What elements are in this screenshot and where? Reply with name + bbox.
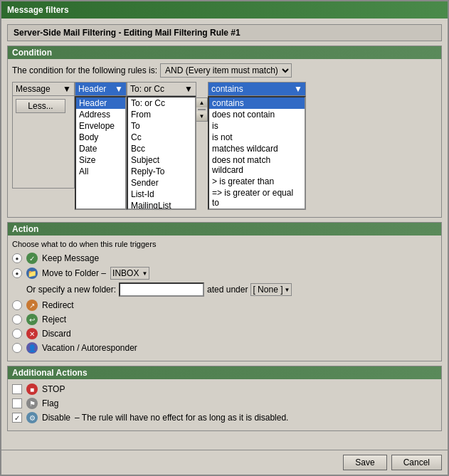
move-icon: 📁 [26, 268, 38, 279]
discard-label: Discard [42, 329, 71, 339]
list-item[interactable]: List-Id [128, 189, 195, 200]
flag-row: ⚑ Flag [12, 398, 437, 409]
list-item[interactable]: matches wildcard [209, 143, 305, 154]
new-folder-input[interactable] [119, 282, 204, 297]
list-item[interactable]: Cc [128, 132, 195, 143]
cancel-button[interactable]: Cancel [391, 455, 442, 470]
radio-reject[interactable] [12, 314, 22, 324]
col2-list[interactable]: Header Address Envelope Body Date Size A… [75, 96, 127, 210]
col4-header[interactable]: contains ▼ [208, 82, 306, 96]
list-item[interactable]: => is greater or equal to [209, 187, 305, 208]
action-panel: Action Choose what to do when this rule … [7, 222, 442, 361]
flag-icon: ⚑ [26, 398, 38, 409]
col1-arrow: ▼ [63, 84, 71, 94]
col4-arrow: ▼ [294, 84, 302, 94]
stop-icon: ■ [26, 384, 38, 395]
save-button[interactable]: Save [343, 455, 386, 470]
filed-under-arrow[interactable]: ▼ [284, 287, 290, 293]
move-label: Move to Folder – [42, 268, 106, 278]
stop-checkbox[interactable] [12, 384, 22, 394]
redirect-icon: ↗ [26, 300, 38, 311]
condition-title: Condition [8, 46, 441, 59]
filed-under-label: ated under [207, 285, 248, 295]
condition-select-wrapper[interactable]: AND (Every item must match) OR (Any item… [160, 63, 292, 78]
col3-scrollbar[interactable]: ▲ ▼ [196, 97, 208, 122]
disable-note: – The rule will have no effect for as lo… [75, 413, 288, 423]
list-item[interactable]: Envelope [76, 120, 125, 132]
window: Message filters Server-Side Mail Filteri… [0, 0, 449, 476]
action-discard-row: ✕ Discard [12, 328, 437, 339]
list-item[interactable]: Bcc [128, 143, 195, 154]
col1-header[interactable]: Message ▼ [12, 82, 75, 96]
action-keep-row: ✓ Keep Message [12, 253, 437, 264]
content: Server-Side Mail Filtering - Editing Mai… [1, 18, 448, 450]
list-item[interactable]: Body [76, 132, 125, 143]
list-item[interactable]: < is lower than [209, 208, 305, 210]
bottom-bar: Save Cancel [1, 450, 448, 475]
col2-arrow: ▼ [115, 84, 123, 94]
list-item[interactable]: does not contain [209, 109, 305, 120]
list-item[interactable]: Reply-To [128, 166, 195, 177]
list-item[interactable]: > is greater than [209, 176, 305, 187]
list-item[interactable]: Subject [128, 154, 195, 166]
scroll-up-arrow[interactable]: ▲ [196, 98, 207, 107]
list-item[interactable]: is [209, 120, 305, 132]
list-item[interactable]: Address [76, 109, 125, 120]
list-item[interactable]: is not [209, 132, 305, 143]
action-redirect-row: ↗ Redirect [12, 300, 437, 311]
reject-label: Reject [42, 314, 66, 324]
col4-list[interactable]: contains does not contain is is not matc… [208, 96, 306, 210]
list-item[interactable]: From [128, 109, 195, 120]
redirect-label: Redirect [42, 300, 74, 310]
radio-discard[interactable] [12, 329, 22, 339]
action-body: Choose what to do when this rule trigger… [8, 236, 441, 361]
col1-body: Less... [12, 96, 75, 189]
reject-icon: ↩ [26, 314, 38, 325]
choose-label: Choose what to do when this rule trigger… [12, 240, 437, 248]
flag-checkbox[interactable] [12, 398, 22, 408]
disable-checkbox[interactable]: ✓ [12, 413, 22, 423]
list-item[interactable]: does not match wildcard [209, 154, 305, 176]
filed-under-value: [ None ] [253, 285, 282, 295]
scroll-thumb [198, 109, 206, 110]
list-item[interactable]: Date [76, 143, 125, 154]
col2-header[interactable]: Header ▼ [75, 82, 127, 96]
radio-redirect[interactable] [12, 300, 22, 310]
condition-panel: Condition The condition for the followin… [7, 46, 442, 218]
folder-select-wrapper[interactable]: INBOX ▼ [110, 267, 149, 280]
disable-icon: ⚙ [26, 412, 38, 423]
vacation-label: Vacation / Autoresponder [42, 343, 137, 353]
list-item[interactable]: All [76, 166, 125, 177]
list-item[interactable]: contains [209, 97, 305, 109]
col4-label: contains [211, 84, 243, 94]
keep-label: Keep Message [42, 253, 99, 263]
folder-dropdown-arrow[interactable]: ▼ [142, 270, 147, 277]
list-item[interactable]: To [128, 120, 195, 132]
additional-body: ■ STOP ⚑ Flag ✓ ⚙ Disable – The rule wil… [8, 379, 441, 430]
condition-row: The condition for the following rules is… [12, 63, 437, 78]
discard-icon: ✕ [26, 328, 38, 339]
flag-label: Flag [42, 398, 58, 408]
list-item[interactable]: Header [76, 97, 125, 109]
filed-under-select-wrapper[interactable]: [ None ] ▼ [250, 283, 292, 296]
list-item[interactable]: MailingList [128, 200, 195, 210]
action-vacation-row: 👤 Vacation / Autoresponder [12, 342, 437, 354]
disable-row: ✓ ⚙ Disable – The rule will have no effe… [12, 412, 437, 423]
radio-move[interactable] [12, 268, 22, 278]
list-item[interactable]: Sender [128, 177, 195, 189]
radio-vacation[interactable] [12, 343, 22, 353]
col3-list[interactable]: To: or Cc From To Cc Bcc Subject Reply-T… [127, 96, 196, 210]
radio-keep[interactable] [12, 253, 22, 263]
stop-row: ■ STOP [12, 384, 437, 395]
new-folder-row: Or specify a new folder: ated under [ No… [26, 282, 437, 297]
list-item[interactable]: To: or Cc [128, 97, 195, 109]
filter-area: Message ▼ Less... Header [12, 82, 437, 210]
condition-select[interactable]: AND (Every item must match) OR (Any item… [161, 64, 291, 77]
server-label: Server-Side Mail Filtering - Editing Mai… [7, 24, 442, 41]
col2-container: Header ▼ Header Address Envelope Body Da… [75, 82, 127, 210]
less-button[interactable]: Less... [16, 99, 65, 113]
col3-header[interactable]: To: or Cc ▼ [127, 82, 196, 96]
list-item[interactable]: Size [76, 154, 125, 166]
action-reject-row: ↩ Reject [12, 314, 437, 325]
scroll-down-arrow[interactable]: ▼ [196, 112, 207, 121]
